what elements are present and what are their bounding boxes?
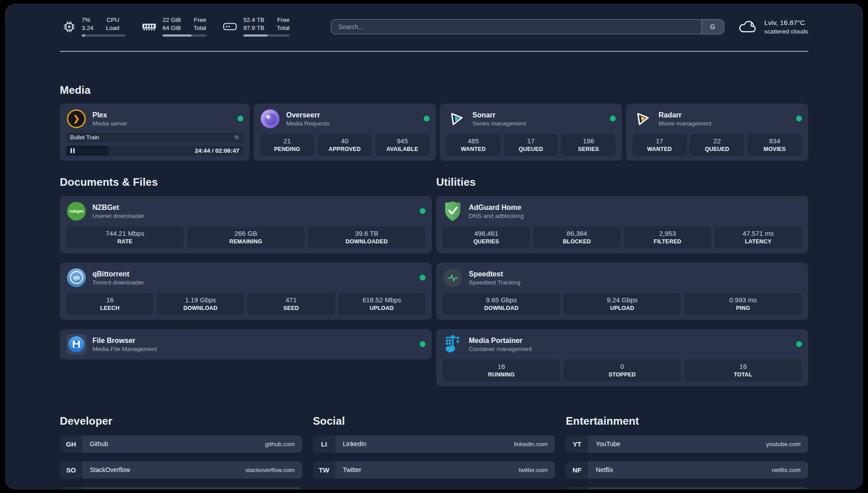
stat-value: 86,384 [535,230,619,237]
now-playing-row: Bullet Train ⚙ [66,133,243,142]
section-documents-files: Documents & Files nzbget NZBGet Usenet d… [60,176,432,386]
bookmark-abbr: YT [566,435,588,453]
app-card-overseerr[interactable]: Overseerr Media Requests 21 PENDING 40 A… [254,104,436,161]
section-title: Developer [60,415,302,427]
stat-label: BLOCKED [535,238,619,245]
bookmark-twitter[interactable]: TW Twitter twitter.com [313,461,555,479]
app-card-nzbget[interactable]: nzbget NZBGet Usenet downloader 744.21 M… [60,196,432,253]
stat-value: 16 [68,296,152,304]
cloud-icon [738,19,758,35]
search-engine-button[interactable]: G [701,20,724,34]
bookmark-url: youtube.com [766,441,801,447]
disk-icon [222,21,238,33]
stat-label: DOWNLOAD [444,305,559,311]
stat-label: MOVIES [749,146,800,152]
section-title-documents: Documents & Files [60,176,432,188]
stat-value: 618.52 Mbps [340,296,424,304]
app-name: AdGuard Home [469,203,524,212]
stat-value: 39.6 TB [309,230,424,237]
app-name: Overseerr [286,111,330,119]
weather-location-temp: Lviv, 16.87°C [764,19,808,27]
app-card-adguard-home[interactable]: AdGuard Home DNS and adblocking 498,461 … [436,196,808,253]
stat-label: DOWNLOAD [159,305,242,311]
bookmark-url: linkedin.com [514,441,547,447]
bookmark-github[interactable]: GH Github github.com [60,435,302,453]
bookmark-name: Netflix [596,466,613,473]
stat-total: 16 TOTAL [684,359,802,381]
app-card-plex[interactable]: ❯ Plex Media server Bullet Train ⚙ [60,104,250,161]
gear-icon[interactable]: ⚙ [234,134,239,141]
app-description: Media Requests [286,120,330,127]
stat-ping: 0.993 ms PING [684,293,802,315]
stat-value: 9.65 Gbps [444,296,559,304]
stat-label: PING [686,305,800,311]
sonarr-icon [446,109,467,129]
status-dot [420,208,426,214]
search-input[interactable] [331,20,701,34]
stat-label: STOPPED [565,372,680,378]
nzbget-icon: nzbget [66,201,87,221]
stat-value: 2,953 [626,230,709,237]
stat-label: UPLOAD [565,305,680,311]
bookmark-youtube[interactable]: YT YouTube youtube.com [566,435,808,453]
stat-label: FILTERED [626,238,709,245]
section-utilities: Utilities AdGuard Home DNS and adblockin… [436,176,808,386]
stat-label: WANTED [448,146,499,152]
bookmark-linkedin[interactable]: LI LinkedIn linkedin.com [313,435,555,453]
pause-icon[interactable] [71,148,75,153]
app-card-speedtest[interactable]: Speedtest Speedtest Tracking 9.65 Gbps D… [436,263,808,320]
app-card-sonarr[interactable]: Sonarr Series management 485 WANTED 17 Q… [440,104,622,161]
bookmark-netflix[interactable]: NF Netflix netflix.com [566,461,808,479]
weather-condition: scattered clouds [764,28,808,35]
usage-progress-bar [82,34,125,37]
system-stat-ram: 22 GiB64 GiB FreeTotal [142,17,206,37]
stat-label: RUNNING [444,372,559,378]
stat-label: RATE [68,238,182,245]
playback-progress-bar[interactable]: 24:44 / 02:06:47 [66,146,243,156]
system-stat-disk: 52.4 TB97.9 TB FreeTotal [222,17,290,37]
app-card-radarr[interactable]: Radarr Movie management 17 WANTED 22 QUE… [626,104,808,161]
bookmark-dev[interactable]: DT DEV dev.to [60,487,302,489]
status-dot [424,116,430,121]
stat-movies: 834 MOVIES [747,134,802,156]
app-description: DNS and adblocking [469,213,524,219]
app-description: Container management [469,346,532,352]
stat-upload: 9.24 Gbps UPLOAD [563,293,681,315]
app-name: qBittorrent [92,270,144,278]
stat-approved: 40 APPROVED [317,134,372,156]
stat-available: 945 AVAILABLE [375,134,430,156]
app-description: Speedtest Tracking [469,279,521,286]
stat-label: UPLOAD [340,305,424,311]
stat-label: LATENCY [716,238,800,245]
app-name: NZBGet [92,203,144,212]
stat-values: 7%3.24 [82,17,93,32]
bookmark-abbr: GH [60,435,82,453]
bookmark-name: LinkedIn [343,440,367,447]
section-title-media: Media [60,84,808,96]
stat-downloaded: 39.6 TB DOWNLOADED [308,226,426,248]
bookmark-stackoverflow[interactable]: SO StackOverflow stackoverflow.com [60,461,302,479]
stat-value: 744.21 Mbps [68,230,182,237]
stat-label: QUEUED [692,146,743,152]
stat-leech: 16 LEECH [66,293,154,315]
bookmark-name: YouTube [596,440,620,447]
stat-filtered: 2,953 FILTERED [624,226,711,248]
bookmark-abbr: LI [313,435,335,453]
bookmark-reddit[interactable]: RE Reddit reddit.com [566,487,808,489]
app-card-file-browser[interactable]: File Browser Media File Management [60,329,432,359]
stat-label: APPROVED [319,146,370,152]
app-card-qbittorrent[interactable]: qb qBittorrent Torrent downloader 16 LEE… [60,263,432,320]
app-description: Series management [472,120,526,127]
search-bar[interactable]: G [331,19,724,34]
stat-value: 40 [319,137,370,145]
radarr-icon [632,109,653,129]
overseerr-icon [260,109,280,129]
stat-values: 52.4 TB97.9 TB [243,17,264,32]
playback-time: 24:44 / 02:06:47 [195,147,243,154]
app-description: Usenet downloader [92,213,144,219]
app-card-media-portainer[interactable]: Media Portainer Container management 16 … [436,329,808,386]
stat-label: REMAINING [189,238,303,245]
stat-wanted: 485 WANTED [446,134,501,156]
stat-value: 485 [448,137,499,145]
app-description: Movie management [659,120,712,127]
